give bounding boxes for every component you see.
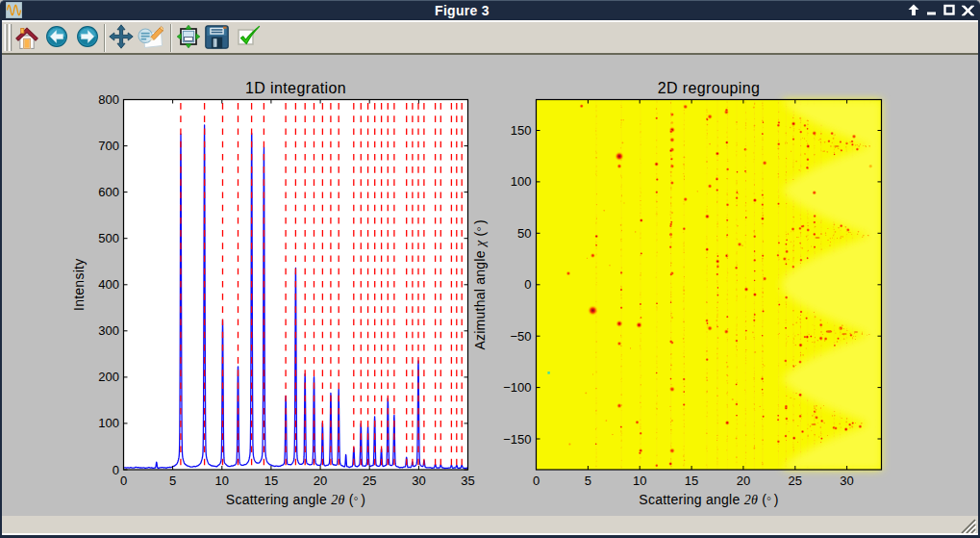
svg-text:0: 0	[533, 474, 540, 488]
svg-text:30: 30	[840, 474, 853, 488]
svg-text:15: 15	[264, 474, 278, 488]
svg-text:800: 800	[98, 92, 119, 107]
svg-text:25: 25	[363, 474, 376, 488]
svg-text:−150: −150	[503, 432, 531, 447]
svg-text:200: 200	[98, 370, 119, 384]
svg-text:5: 5	[585, 474, 591, 488]
svg-text:150: 150	[511, 123, 532, 138]
svg-text:300: 300	[98, 323, 119, 338]
svg-text:Scattering angle 2θ (° ): Scattering angle 2θ (° )	[226, 492, 365, 507]
svg-text:15: 15	[685, 474, 698, 488]
svg-text:0: 0	[120, 474, 127, 488]
svg-text:10: 10	[633, 474, 646, 488]
svg-text:30: 30	[412, 474, 425, 488]
svg-text:500: 500	[98, 231, 119, 245]
svg-text:0: 0	[113, 463, 119, 477]
svg-text:35: 35	[461, 474, 474, 488]
svg-text:100: 100	[98, 416, 119, 430]
svg-text:Azimuthal angle χ (° ): Azimuthal angle χ (° )	[472, 219, 488, 350]
svg-text:0: 0	[524, 277, 531, 292]
svg-text:Intensity: Intensity	[71, 259, 87, 311]
svg-text:20: 20	[737, 474, 750, 488]
svg-text:25: 25	[789, 474, 802, 488]
svg-text:20: 20	[314, 474, 327, 488]
svg-text:2D regrouping: 2D regrouping	[658, 80, 761, 96]
svg-text:700: 700	[98, 139, 119, 153]
svg-text:10: 10	[215, 474, 229, 488]
svg-text:1D integration: 1D integration	[245, 80, 346, 96]
svg-text:−50: −50	[510, 329, 531, 344]
svg-text:Scattering angle 2θ (° ): Scattering angle 2θ (° )	[639, 492, 778, 507]
svg-text:600: 600	[98, 185, 119, 199]
svg-text:5: 5	[169, 474, 176, 488]
svg-text:100: 100	[511, 174, 532, 189]
svg-text:−100: −100	[503, 380, 531, 395]
svg-text:50: 50	[517, 226, 531, 241]
svg-text:400: 400	[98, 277, 119, 292]
